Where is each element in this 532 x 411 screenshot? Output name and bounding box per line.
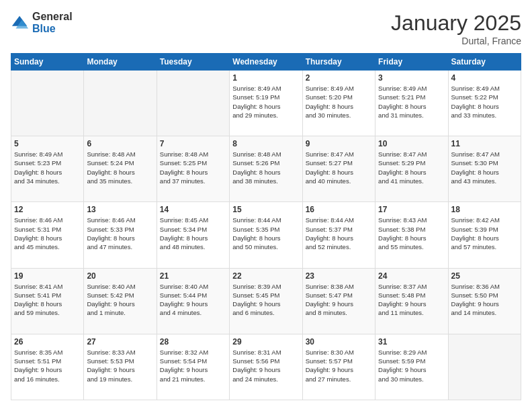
day-number: 21 (160, 271, 226, 281)
day-info: Sunrise: 8:49 AM Sunset: 5:19 PM Dayligh… (232, 84, 299, 120)
day-number: 20 (87, 271, 153, 281)
day-number: 18 (451, 205, 518, 214)
table-row: 6Sunrise: 8:48 AM Sunset: 5:24 PM Daylig… (84, 136, 157, 202)
day-info: Sunrise: 8:49 AM Sunset: 5:21 PM Dayligh… (378, 84, 445, 120)
day-info: Sunrise: 8:32 AM Sunset: 5:54 PM Dayligh… (160, 348, 226, 383)
table-row (448, 334, 521, 400)
table-row: 9Sunrise: 8:47 AM Sunset: 5:27 PM Daylig… (302, 136, 375, 202)
table-row: 12Sunrise: 8:46 AM Sunset: 5:31 PM Dayli… (11, 202, 84, 268)
day-number: 13 (87, 205, 153, 214)
table-row: 26Sunrise: 8:35 AM Sunset: 5:51 PM Dayli… (11, 334, 84, 400)
day-number: 15 (232, 205, 299, 214)
day-number: 1 (232, 73, 299, 83)
table-row: 22Sunrise: 8:39 AM Sunset: 5:45 PM Dayli… (230, 268, 302, 334)
logo-general-text: General (32, 11, 73, 23)
calendar-header-row: Sunday Monday Tuesday Wednesday Thursday… (11, 54, 521, 71)
day-number: 2 (306, 73, 372, 83)
table-row: 10Sunrise: 8:47 AM Sunset: 5:29 PM Dayli… (375, 136, 448, 202)
page: General Blue January 2025 Durtal, France… (0, 0, 532, 411)
table-row: 19Sunrise: 8:41 AM Sunset: 5:41 PM Dayli… (11, 268, 84, 334)
col-saturday: Saturday (448, 54, 521, 71)
day-number: 30 (306, 337, 372, 347)
table-row: 23Sunrise: 8:38 AM Sunset: 5:47 PM Dayli… (302, 268, 375, 334)
logo-icon (11, 13, 30, 32)
header: General Blue January 2025 Durtal, France (11, 11, 521, 46)
day-number: 16 (306, 205, 372, 214)
table-row: 25Sunrise: 8:36 AM Sunset: 5:50 PM Dayli… (448, 268, 521, 334)
day-info: Sunrise: 8:41 AM Sunset: 5:41 PM Dayligh… (14, 282, 81, 318)
table-row: 31Sunrise: 8:29 AM Sunset: 5:59 PM Dayli… (375, 334, 448, 400)
day-info: Sunrise: 8:44 AM Sunset: 5:35 PM Dayligh… (232, 216, 299, 251)
month-title: January 2025 (391, 11, 521, 36)
day-info: Sunrise: 8:40 AM Sunset: 5:44 PM Dayligh… (160, 282, 226, 318)
col-sunday: Sunday (11, 54, 84, 71)
day-info: Sunrise: 8:42 AM Sunset: 5:39 PM Dayligh… (451, 216, 518, 251)
table-row: 3Sunrise: 8:49 AM Sunset: 5:21 PM Daylig… (375, 71, 448, 136)
day-info: Sunrise: 8:38 AM Sunset: 5:47 PM Dayligh… (306, 282, 372, 318)
day-number: 29 (232, 337, 299, 347)
day-number: 17 (378, 205, 445, 214)
table-row: 14Sunrise: 8:45 AM Sunset: 5:34 PM Dayli… (157, 202, 229, 268)
table-row: 18Sunrise: 8:42 AM Sunset: 5:39 PM Dayli… (448, 202, 521, 268)
day-info: Sunrise: 8:46 AM Sunset: 5:33 PM Dayligh… (87, 216, 153, 251)
logo: General Blue (11, 11, 73, 34)
title-section: January 2025 Durtal, France (391, 11, 521, 46)
day-info: Sunrise: 8:40 AM Sunset: 5:42 PM Dayligh… (87, 282, 153, 318)
day-info: Sunrise: 8:31 AM Sunset: 5:56 PM Dayligh… (232, 348, 299, 383)
table-row: 20Sunrise: 8:40 AM Sunset: 5:42 PM Dayli… (84, 268, 157, 334)
day-info: Sunrise: 8:47 AM Sunset: 5:30 PM Dayligh… (451, 150, 518, 185)
col-thursday: Thursday (302, 54, 375, 71)
table-row: 2Sunrise: 8:49 AM Sunset: 5:20 PM Daylig… (302, 71, 375, 136)
day-number: 9 (306, 139, 372, 148)
calendar-week-row: 1Sunrise: 8:49 AM Sunset: 5:19 PM Daylig… (11, 71, 521, 136)
day-number: 10 (378, 139, 445, 148)
day-info: Sunrise: 8:45 AM Sunset: 5:34 PM Dayligh… (160, 216, 226, 251)
day-info: Sunrise: 8:47 AM Sunset: 5:27 PM Dayligh… (306, 150, 372, 185)
table-row (11, 71, 84, 136)
table-row: 13Sunrise: 8:46 AM Sunset: 5:33 PM Dayli… (84, 202, 157, 268)
day-info: Sunrise: 8:49 AM Sunset: 5:20 PM Dayligh… (306, 84, 372, 120)
day-info: Sunrise: 8:36 AM Sunset: 5:50 PM Dayligh… (451, 282, 518, 318)
day-info: Sunrise: 8:47 AM Sunset: 5:29 PM Dayligh… (378, 150, 445, 185)
table-row: 24Sunrise: 8:37 AM Sunset: 5:48 PM Dayli… (375, 268, 448, 334)
col-tuesday: Tuesday (157, 54, 229, 71)
table-row: 7Sunrise: 8:48 AM Sunset: 5:25 PM Daylig… (157, 136, 229, 202)
calendar-week-row: 19Sunrise: 8:41 AM Sunset: 5:41 PM Dayli… (11, 268, 521, 334)
day-info: Sunrise: 8:48 AM Sunset: 5:24 PM Dayligh… (87, 150, 153, 185)
day-number: 7 (160, 139, 226, 148)
day-info: Sunrise: 8:30 AM Sunset: 5:57 PM Dayligh… (306, 348, 372, 383)
day-number: 25 (451, 271, 518, 281)
table-row: 5Sunrise: 8:49 AM Sunset: 5:23 PM Daylig… (11, 136, 84, 202)
day-info: Sunrise: 8:49 AM Sunset: 5:22 PM Dayligh… (451, 84, 518, 120)
table-row: 4Sunrise: 8:49 AM Sunset: 5:22 PM Daylig… (448, 71, 521, 136)
calendar-week-row: 12Sunrise: 8:46 AM Sunset: 5:31 PM Dayli… (11, 202, 521, 268)
day-number: 19 (14, 271, 81, 281)
table-row: 17Sunrise: 8:43 AM Sunset: 5:38 PM Dayli… (375, 202, 448, 268)
day-number: 4 (451, 73, 518, 83)
table-row (84, 71, 157, 136)
table-row (157, 71, 229, 136)
day-number: 31 (378, 337, 445, 347)
logo-text: General Blue (32, 11, 73, 34)
calendar-week-row: 5Sunrise: 8:49 AM Sunset: 5:23 PM Daylig… (11, 136, 521, 202)
day-info: Sunrise: 8:43 AM Sunset: 5:38 PM Dayligh… (378, 216, 445, 251)
day-info: Sunrise: 8:29 AM Sunset: 5:59 PM Dayligh… (378, 348, 445, 383)
table-row: 30Sunrise: 8:30 AM Sunset: 5:57 PM Dayli… (302, 334, 375, 400)
day-number: 6 (87, 139, 153, 148)
table-row: 11Sunrise: 8:47 AM Sunset: 5:30 PM Dayli… (448, 136, 521, 202)
table-row: 16Sunrise: 8:44 AM Sunset: 5:37 PM Dayli… (302, 202, 375, 268)
col-monday: Monday (84, 54, 157, 71)
calendar: Sunday Monday Tuesday Wednesday Thursday… (11, 53, 521, 400)
table-row: 1Sunrise: 8:49 AM Sunset: 5:19 PM Daylig… (230, 71, 302, 136)
day-number: 14 (160, 205, 226, 214)
day-info: Sunrise: 8:39 AM Sunset: 5:45 PM Dayligh… (232, 282, 299, 318)
day-info: Sunrise: 8:44 AM Sunset: 5:37 PM Dayligh… (306, 216, 372, 251)
day-info: Sunrise: 8:35 AM Sunset: 5:51 PM Dayligh… (14, 348, 81, 383)
table-row: 15Sunrise: 8:44 AM Sunset: 5:35 PM Dayli… (230, 202, 302, 268)
day-number: 24 (378, 271, 445, 281)
day-number: 22 (232, 271, 299, 281)
day-number: 3 (378, 73, 445, 83)
day-info: Sunrise: 8:48 AM Sunset: 5:26 PM Dayligh… (232, 150, 299, 185)
day-info: Sunrise: 8:49 AM Sunset: 5:23 PM Dayligh… (14, 150, 81, 185)
table-row: 27Sunrise: 8:33 AM Sunset: 5:53 PM Dayli… (84, 334, 157, 400)
